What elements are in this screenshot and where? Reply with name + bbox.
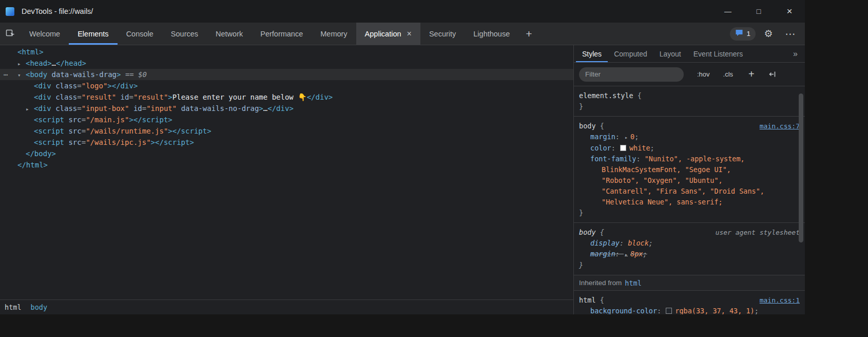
code-token: … xyxy=(52,59,56,67)
tab-security[interactable]: Security xyxy=(420,23,465,45)
css-property-margin[interactable]: margin: ▸0; xyxy=(579,132,800,143)
code-token: "input" xyxy=(146,104,177,113)
maximize-button[interactable]: □ xyxy=(743,0,774,23)
code-token: > xyxy=(168,127,172,135)
code-token: : xyxy=(615,133,624,141)
dom-node-head[interactable]: ▸<head>…</head> xyxy=(0,58,573,69)
css-property-font-family-wrap[interactable]: "Roboto", "Oxygen", "Ubuntu", xyxy=(579,175,800,186)
code-token: = xyxy=(82,127,86,135)
css-property-font-family-wrap[interactable]: "Cantarell", "Fira Sans", "Droid Sans", xyxy=(579,186,800,197)
code-token: body xyxy=(579,228,596,236)
tab-label: Memory xyxy=(320,30,347,38)
code-token: <html> xyxy=(17,48,44,56)
close-button[interactable]: × xyxy=(774,0,805,23)
disclosure-expanded-icon[interactable]: ▾ xyxy=(17,70,26,81)
dom-node-html-close[interactable]: </html> xyxy=(0,159,573,171)
add-panel-button[interactable]: + xyxy=(518,23,539,45)
rule-selector[interactable]: body { xyxy=(579,121,604,132)
code-token: </script> xyxy=(155,138,194,146)
more-sidebar-tabs-icon[interactable]: » xyxy=(786,45,805,62)
close-tab-icon[interactable]: × xyxy=(407,30,412,38)
styles-filter-input[interactable] xyxy=(579,67,684,82)
dom-node-html-open[interactable]: <html> xyxy=(0,46,573,58)
code-token: body xyxy=(579,122,596,130)
dom-node-div-logo[interactable]: <div class="logo"></div> xyxy=(0,80,573,91)
elements-panel: <html> ▸<head>…</head> ⋯▾<body data-wail… xyxy=(0,45,573,314)
breadcrumb-body[interactable]: body xyxy=(26,303,52,311)
inspect-cursor-icon xyxy=(5,28,15,40)
dom-node-body-close[interactable]: </body> xyxy=(0,148,573,159)
dom-node-div-input-box[interactable]: ▸<div class="input-box" id="input" data-… xyxy=(0,103,573,114)
css-property-margin-overridden[interactable]: margin: ▸8px; xyxy=(579,249,800,260)
dom-node-div-result[interactable]: <div class="result" id="result">Please e… xyxy=(0,91,573,103)
css-property-background-color[interactable]: background-color: rgba(33, 37, 43, 1); xyxy=(579,306,800,314)
new-style-rule-button[interactable]: + xyxy=(748,68,755,80)
styles-sidebar: Styles Computed Layout Event Listeners »… xyxy=(574,45,805,314)
dom-node-script-ipc[interactable]: <script src="/wails/ipc.js"></script> xyxy=(0,137,573,148)
inspect-element-button[interactable] xyxy=(0,23,21,45)
expand-shorthand-icon[interactable]: ▸ xyxy=(625,252,628,257)
toggle-computed-sidebar-button[interactable] xyxy=(768,70,777,79)
dom-node-script-main[interactable]: <script src="/main.js"></script> xyxy=(0,114,573,125)
code-token: </html> xyxy=(17,161,48,169)
css-property-font-family[interactable]: font-family: "Nunito", -apple-system, xyxy=(579,154,800,164)
rule-selector[interactable]: html { xyxy=(579,295,604,306)
code-token: src xyxy=(64,116,82,124)
breadcrumb-html[interactable]: html xyxy=(0,303,26,311)
expand-shorthand-icon[interactable]: ▸ xyxy=(625,135,628,140)
code-token: 👇 xyxy=(298,93,306,101)
color-swatch[interactable] xyxy=(666,308,672,314)
css-property-color[interactable]: color: white; xyxy=(579,143,800,154)
tab-event-listeners[interactable]: Event Listeners xyxy=(687,45,749,62)
minimize-button[interactable]: — xyxy=(712,0,743,23)
dom-breadcrumbs: html body xyxy=(0,299,573,314)
tab-welcome[interactable]: Welcome xyxy=(21,23,69,45)
tab-memory[interactable]: Memory xyxy=(312,23,356,45)
rule-selector[interactable]: element.style { xyxy=(579,90,642,101)
code-token: <div xyxy=(34,82,51,90)
styles-scrollbar-thumb[interactable] xyxy=(799,93,803,242)
code-token: … xyxy=(263,104,267,113)
node-menu-dots-icon[interactable]: ⋯ xyxy=(4,69,8,80)
code-token: </body> xyxy=(26,149,56,158)
tab-label: Elements xyxy=(78,30,108,38)
disclosure-collapsed-icon[interactable]: ▸ xyxy=(17,59,26,70)
tab-elements[interactable]: Elements xyxy=(69,23,117,45)
rule-selector[interactable]: body { xyxy=(579,227,604,238)
code-token: "/wails/ipc.js" xyxy=(86,138,150,146)
more-options-button[interactable]: ⋯ xyxy=(781,25,800,43)
dock-left-arrow-icon xyxy=(768,70,777,79)
stylesheet-link[interactable]: main.css:7 xyxy=(760,121,800,132)
disclosure-collapsed-icon[interactable]: ▸ xyxy=(26,104,34,115)
toggle-element-classes-button[interactable]: .cls xyxy=(723,70,734,78)
code-token: </div> xyxy=(267,104,294,113)
dom-node-body-open[interactable]: ⋯▾<body data-wails-drag> == $0 xyxy=(0,69,573,80)
code-token: { xyxy=(596,122,604,130)
code-token: "result" xyxy=(133,93,168,101)
code-token: = xyxy=(77,104,81,113)
tab-console[interactable]: Console xyxy=(118,23,162,45)
devtools-app-icon xyxy=(6,7,14,16)
code-token: </div> xyxy=(112,82,138,90)
color-swatch[interactable] xyxy=(620,145,626,151)
tab-performance[interactable]: Performance xyxy=(252,23,312,45)
tab-computed[interactable]: Computed xyxy=(608,45,653,62)
css-property-font-family-wrap[interactable]: BlinkMacSystemFont, "Segoe UI", xyxy=(579,164,800,175)
tab-network[interactable]: Network xyxy=(207,23,252,45)
css-property-display[interactable]: display: block; xyxy=(579,238,800,249)
issues-badge[interactable]: 1 xyxy=(730,27,756,41)
code-token: ; xyxy=(755,307,759,314)
tab-application[interactable]: Application × xyxy=(356,23,420,45)
settings-button[interactable]: ⚙ xyxy=(759,25,778,43)
dom-node-script-runtime[interactable]: <script src="/wails/runtime.js"></script… xyxy=(0,125,573,137)
tab-lighthouse[interactable]: Lighthouse xyxy=(465,23,518,45)
code-token: = xyxy=(82,138,86,146)
tab-layout[interactable]: Layout xyxy=(653,45,687,62)
css-property-font-family-wrap[interactable]: "Helvetica Neue", sans-serif; xyxy=(579,197,800,208)
tab-sources[interactable]: Sources xyxy=(162,23,207,45)
code-token: > xyxy=(129,116,133,124)
inherited-element-link[interactable]: html xyxy=(625,279,642,287)
tab-styles[interactable]: Styles xyxy=(576,45,608,62)
stylesheet-link[interactable]: main.css:1 xyxy=(760,295,800,306)
toggle-pseudo-state-button[interactable]: :hov xyxy=(697,70,710,78)
